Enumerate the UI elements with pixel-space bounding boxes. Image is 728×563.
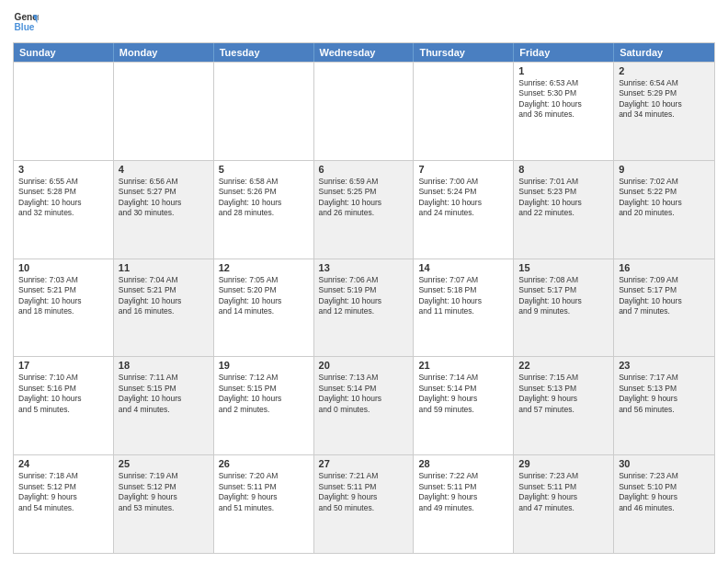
- calendar: SundayMondayTuesdayWednesdayThursdayFrid…: [13, 42, 715, 554]
- calendar-header: SundayMondayTuesdayWednesdayThursdayFrid…: [14, 43, 714, 62]
- day-number: 25: [119, 458, 209, 469]
- day-info: Sunrise: 6:56 AM Sunset: 5:27 PM Dayligh…: [119, 177, 209, 219]
- day-cell-5: 5Sunrise: 6:58 AM Sunset: 5:26 PM Daylig…: [214, 161, 314, 259]
- day-cell-4: 4Sunrise: 6:56 AM Sunset: 5:27 PM Daylig…: [114, 161, 214, 259]
- day-info: Sunrise: 7:23 AM Sunset: 5:10 PM Dayligh…: [619, 471, 710, 513]
- day-cell-26: 26Sunrise: 7:20 AM Sunset: 5:11 PM Dayli…: [214, 455, 314, 553]
- day-info: Sunrise: 7:12 AM Sunset: 5:15 PM Dayligh…: [219, 373, 309, 415]
- day-number: 22: [518, 360, 609, 371]
- day-cell-17: 17Sunrise: 7:10 AM Sunset: 5:16 PM Dayli…: [14, 357, 114, 454]
- day-cell-15: 15Sunrise: 7:08 AM Sunset: 5:17 PM Dayli…: [514, 259, 614, 357]
- day-number: 11: [119, 262, 209, 273]
- day-info: Sunrise: 7:04 AM Sunset: 5:21 PM Dayligh…: [119, 275, 209, 317]
- day-number: 27: [319, 458, 409, 469]
- day-info: Sunrise: 6:58 AM Sunset: 5:26 PM Dayligh…: [219, 177, 309, 219]
- day-number: 23: [619, 360, 710, 371]
- day-cell-18: 18Sunrise: 7:11 AM Sunset: 5:15 PM Dayli…: [114, 357, 214, 454]
- header-day-sunday: Sunday: [14, 43, 114, 62]
- day-cell-7: 7Sunrise: 7:00 AM Sunset: 5:24 PM Daylig…: [414, 161, 514, 259]
- day-number: 28: [418, 458, 508, 469]
- day-info: Sunrise: 6:53 AM Sunset: 5:30 PM Dayligh…: [518, 78, 609, 121]
- page: General Blue SundayMondayTuesdayWednesda…: [0, 0, 728, 563]
- day-cell-24: 24Sunrise: 7:18 AM Sunset: 5:12 PM Dayli…: [14, 455, 114, 553]
- day-cell-27: 27Sunrise: 7:21 AM Sunset: 5:11 PM Dayli…: [314, 455, 415, 553]
- day-cell-3: 3Sunrise: 6:55 AM Sunset: 5:28 PM Daylig…: [14, 161, 114, 259]
- day-info: Sunrise: 7:15 AM Sunset: 5:13 PM Dayligh…: [518, 373, 609, 415]
- day-cell-29: 29Sunrise: 7:23 AM Sunset: 5:11 PM Dayli…: [514, 455, 614, 553]
- empty-cell: [114, 63, 214, 160]
- day-info: Sunrise: 7:11 AM Sunset: 5:15 PM Dayligh…: [119, 373, 209, 415]
- empty-cell: [414, 63, 514, 160]
- day-info: Sunrise: 7:08 AM Sunset: 5:17 PM Dayligh…: [518, 275, 609, 317]
- day-number: 10: [18, 262, 108, 273]
- day-number: 15: [518, 262, 609, 273]
- day-cell-11: 11Sunrise: 7:04 AM Sunset: 5:21 PM Dayli…: [114, 259, 214, 357]
- day-info: Sunrise: 7:01 AM Sunset: 5:23 PM Dayligh…: [518, 177, 609, 219]
- header-day-wednesday: Wednesday: [314, 43, 415, 62]
- day-number: 24: [18, 458, 108, 469]
- day-info: Sunrise: 7:21 AM Sunset: 5:11 PM Dayligh…: [319, 471, 409, 513]
- empty-cell: [314, 63, 415, 160]
- day-number: 5: [219, 164, 309, 175]
- day-number: 6: [319, 164, 409, 175]
- empty-cell: [214, 63, 314, 160]
- day-cell-14: 14Sunrise: 7:07 AM Sunset: 5:18 PM Dayli…: [414, 259, 514, 357]
- day-info: Sunrise: 6:54 AM Sunset: 5:29 PM Dayligh…: [619, 78, 710, 121]
- header-day-monday: Monday: [114, 43, 214, 62]
- day-cell-30: 30Sunrise: 7:23 AM Sunset: 5:10 PM Dayli…: [614, 455, 714, 553]
- day-number: 29: [518, 458, 609, 469]
- calendar-body: 1Sunrise: 6:53 AM Sunset: 5:30 PM Daylig…: [14, 62, 714, 553]
- day-info: Sunrise: 7:14 AM Sunset: 5:14 PM Dayligh…: [418, 373, 508, 415]
- week-row-2: 10Sunrise: 7:03 AM Sunset: 5:21 PM Dayli…: [14, 259, 714, 357]
- day-cell-10: 10Sunrise: 7:03 AM Sunset: 5:21 PM Dayli…: [14, 259, 114, 357]
- day-info: Sunrise: 7:07 AM Sunset: 5:18 PM Dayligh…: [418, 275, 508, 317]
- header: General Blue: [13, 9, 715, 35]
- day-info: Sunrise: 6:59 AM Sunset: 5:25 PM Dayligh…: [319, 177, 409, 219]
- day-info: Sunrise: 7:23 AM Sunset: 5:11 PM Dayligh…: [518, 471, 609, 513]
- day-info: Sunrise: 7:09 AM Sunset: 5:17 PM Dayligh…: [619, 275, 710, 317]
- day-info: Sunrise: 7:13 AM Sunset: 5:14 PM Dayligh…: [319, 373, 409, 415]
- day-cell-9: 9Sunrise: 7:02 AM Sunset: 5:22 PM Daylig…: [614, 161, 714, 259]
- day-info: Sunrise: 7:00 AM Sunset: 5:24 PM Dayligh…: [418, 177, 508, 219]
- day-info: Sunrise: 7:20 AM Sunset: 5:11 PM Dayligh…: [219, 471, 309, 513]
- day-number: 20: [319, 360, 409, 371]
- day-number: 7: [418, 164, 508, 175]
- day-number: 12: [219, 262, 309, 273]
- day-cell-13: 13Sunrise: 7:06 AM Sunset: 5:19 PM Dayli…: [314, 259, 415, 357]
- day-info: Sunrise: 6:55 AM Sunset: 5:28 PM Dayligh…: [18, 177, 108, 219]
- day-number: 1: [518, 65, 609, 76]
- logo-icon: General Blue: [13, 9, 39, 35]
- day-info: Sunrise: 7:05 AM Sunset: 5:20 PM Dayligh…: [219, 275, 309, 317]
- day-number: 3: [18, 164, 108, 175]
- day-cell-1: 1Sunrise: 6:53 AM Sunset: 5:30 PM Daylig…: [514, 63, 614, 160]
- day-cell-16: 16Sunrise: 7:09 AM Sunset: 5:17 PM Dayli…: [614, 259, 714, 357]
- day-info: Sunrise: 7:02 AM Sunset: 5:22 PM Dayligh…: [619, 177, 710, 219]
- day-number: 2: [619, 65, 710, 76]
- day-number: 13: [319, 262, 409, 273]
- header-day-saturday: Saturday: [614, 43, 714, 62]
- day-info: Sunrise: 7:18 AM Sunset: 5:12 PM Dayligh…: [18, 471, 108, 513]
- day-cell-8: 8Sunrise: 7:01 AM Sunset: 5:23 PM Daylig…: [514, 161, 614, 259]
- day-number: 14: [418, 262, 508, 273]
- day-number: 30: [619, 458, 710, 469]
- week-row-0: 1Sunrise: 6:53 AM Sunset: 5:30 PM Daylig…: [14, 62, 714, 160]
- day-cell-2: 2Sunrise: 6:54 AM Sunset: 5:29 PM Daylig…: [614, 63, 714, 160]
- day-info: Sunrise: 7:10 AM Sunset: 5:16 PM Dayligh…: [18, 373, 108, 415]
- day-cell-19: 19Sunrise: 7:12 AM Sunset: 5:15 PM Dayli…: [214, 357, 314, 454]
- day-info: Sunrise: 7:19 AM Sunset: 5:12 PM Dayligh…: [119, 471, 209, 513]
- day-number: 21: [418, 360, 508, 371]
- day-info: Sunrise: 7:22 AM Sunset: 5:11 PM Dayligh…: [418, 471, 508, 513]
- header-day-friday: Friday: [514, 43, 614, 62]
- svg-text:Blue: Blue: [15, 22, 35, 32]
- week-row-1: 3Sunrise: 6:55 AM Sunset: 5:28 PM Daylig…: [14, 160, 714, 259]
- day-cell-12: 12Sunrise: 7:05 AM Sunset: 5:20 PM Dayli…: [214, 259, 314, 357]
- day-number: 9: [619, 164, 710, 175]
- day-cell-6: 6Sunrise: 6:59 AM Sunset: 5:25 PM Daylig…: [314, 161, 415, 259]
- week-row-4: 24Sunrise: 7:18 AM Sunset: 5:12 PM Dayli…: [14, 454, 714, 553]
- day-number: 18: [119, 360, 209, 371]
- day-cell-23: 23Sunrise: 7:17 AM Sunset: 5:13 PM Dayli…: [614, 357, 714, 454]
- day-cell-21: 21Sunrise: 7:14 AM Sunset: 5:14 PM Dayli…: [414, 357, 514, 454]
- day-number: 26: [219, 458, 309, 469]
- header-day-thursday: Thursday: [414, 43, 514, 62]
- day-number: 19: [219, 360, 309, 371]
